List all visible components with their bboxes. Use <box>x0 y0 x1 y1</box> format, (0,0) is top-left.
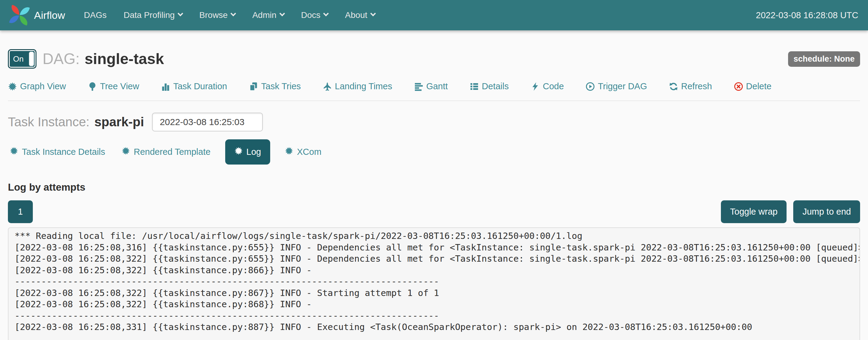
dag-header: On DAG: single-task schedule: None <box>8 47 860 70</box>
nav-item-about[interactable]: About <box>336 0 383 30</box>
list-icon <box>470 82 479 91</box>
tab-xcom[interactable]: XCom <box>283 139 323 165</box>
tab-delete[interactable]: Delete <box>734 81 772 91</box>
top-navbar: Airflow DAGs Data Profiling Browse Admin… <box>0 0 868 30</box>
tab-label: Task Duration <box>173 81 227 91</box>
tab-refresh[interactable]: Refresh <box>669 81 712 91</box>
log-line: [2022-03-08 16:25:08,322] {{taskinstance… <box>14 265 854 276</box>
tab-task-tries[interactable]: Task Tries <box>249 81 301 91</box>
toggle-wrap-button[interactable]: Toggle wrap <box>721 200 786 223</box>
tab-task-duration[interactable]: Task Duration <box>161 81 227 91</box>
spacer <box>39 200 714 223</box>
log-line: [2022-03-08 16:25:08,322] {{taskinstance… <box>14 299 854 310</box>
bolt-icon <box>531 82 540 91</box>
tab-label: Task Tries <box>261 81 301 91</box>
main-content: On DAG: single-task schedule: None Graph… <box>0 30 868 340</box>
tab-label: Code <box>543 81 564 91</box>
log-line: [2022-03-08 16:25:08,322] {{taskinstance… <box>14 287 854 299</box>
nav-item-label: Admin <box>252 10 276 20</box>
log-line: ----------------------------------------… <box>14 310 854 322</box>
tab-label: Refresh <box>681 81 712 91</box>
copy-icon <box>249 82 258 91</box>
tab-label: Rendered Template <box>134 147 211 157</box>
execution-date-input[interactable] <box>152 113 263 131</box>
tab-label: XCom <box>297 147 321 157</box>
tab-rendered-template[interactable]: Rendered Template <box>120 139 212 165</box>
nav-item-dags[interactable]: DAGs <box>75 0 115 30</box>
burst-icon <box>8 82 17 91</box>
chevron-down-icon <box>323 11 329 16</box>
chevron-down-icon <box>230 11 236 16</box>
tab-label: Details <box>482 81 509 91</box>
log-line: [2022-03-08 16:25:08,316] {{taskinstance… <box>14 242 854 253</box>
tab-code[interactable]: Code <box>531 81 564 91</box>
chevron-down-icon <box>370 11 376 16</box>
tab-log[interactable]: Log <box>225 139 270 165</box>
dag-name: single-task <box>85 50 164 68</box>
burst-icon <box>234 147 243 157</box>
dag-tabs: Graph View Tree View Task Duration Task … <box>8 81 860 91</box>
nav-item-admin[interactable]: Admin <box>244 0 292 30</box>
dag-pause-toggle[interactable]: On <box>8 49 36 69</box>
bar-chart-icon <box>161 82 170 91</box>
nav-item-browse[interactable]: Browse <box>191 0 244 30</box>
chevron-down-icon <box>279 11 285 16</box>
tab-gantt[interactable]: Gantt <box>414 81 448 91</box>
tab-label: Log <box>246 147 261 157</box>
nav-item-data-profiling[interactable]: Data Profiling <box>115 0 191 30</box>
task-view-tabs: Task Instance Details Rendered Template … <box>8 139 860 165</box>
tree-icon <box>88 82 97 91</box>
tab-label: Graph View <box>20 81 66 91</box>
tab-task-instance-details[interactable]: Task Instance Details <box>8 139 107 165</box>
airflow-pinwheel-logo-icon <box>8 4 30 26</box>
nav-item-label: Data Profiling <box>124 10 175 20</box>
log-line: [2022-03-08 16:25:08,322] {{taskinstance… <box>14 253 854 265</box>
nav-item-label: DAGs <box>84 10 107 20</box>
tab-trigger-dag[interactable]: Trigger DAG <box>586 81 647 91</box>
attempt-toolbar: 1 Toggle wrap Jump to end <box>8 200 860 223</box>
log-line: [2022-03-08 16:25:08,331] {{taskinstance… <box>14 321 854 333</box>
log-output[interactable]: *** Reading local file: /usr/local/airfl… <box>8 227 860 340</box>
chevron-down-icon <box>178 11 183 16</box>
play-circle-icon <box>586 82 595 91</box>
server-clock: 2022-03-08 16:28:08 UTC <box>756 10 860 20</box>
jump-to-end-button[interactable]: Jump to end <box>793 200 860 223</box>
task-name: spark-pi <box>94 115 144 129</box>
toggle-knob <box>29 52 34 66</box>
times-circle-icon <box>734 82 743 91</box>
align-left-icon <box>414 82 423 91</box>
toggle-on-label: On <box>9 54 24 64</box>
tab-label: Delete <box>746 81 772 91</box>
nav-item-label: Browse <box>199 10 228 20</box>
schedule-badge: schedule: None <box>788 51 860 67</box>
nav-item-label: Docs <box>301 10 321 20</box>
task-instance-header: Task Instance: spark-pi <box>8 113 860 131</box>
refresh-icon <box>669 82 678 91</box>
task-instance-label: Task Instance: <box>8 115 89 129</box>
log-by-attempts-heading: Log by attempts <box>8 181 860 193</box>
tab-label: Gantt <box>426 81 448 91</box>
nav-item-docs[interactable]: Docs <box>293 0 337 30</box>
tab-details[interactable]: Details <box>470 81 509 91</box>
tab-tree-view[interactable]: Tree View <box>88 81 139 91</box>
burst-icon <box>10 147 18 157</box>
tab-label: Trigger DAG <box>598 81 647 91</box>
tab-graph-view[interactable]: Graph View <box>8 81 66 91</box>
tab-label: Tree View <box>100 81 139 91</box>
divider <box>8 100 860 101</box>
dag-title-prefix: DAG: <box>42 50 80 68</box>
burst-icon <box>122 147 130 157</box>
log-line: *** Reading local file: /usr/local/airfl… <box>14 230 854 242</box>
plane-icon <box>323 82 332 91</box>
log-line: ----------------------------------------… <box>14 276 854 287</box>
attempt-1-tab[interactable]: 1 <box>8 200 33 223</box>
airflow-brand[interactable]: Airflow <box>8 4 65 26</box>
burst-icon <box>285 147 293 157</box>
tab-label: Task Instance Details <box>22 147 105 157</box>
main-nav: DAGs Data Profiling Browse Admin Docs Ab… <box>75 0 383 30</box>
page-title: DAG: single-task <box>42 50 164 68</box>
nav-item-label: About <box>345 10 367 20</box>
tab-label: Landing Times <box>335 81 392 91</box>
brand-label: Airflow <box>34 9 65 21</box>
tab-landing-times[interactable]: Landing Times <box>323 81 392 91</box>
